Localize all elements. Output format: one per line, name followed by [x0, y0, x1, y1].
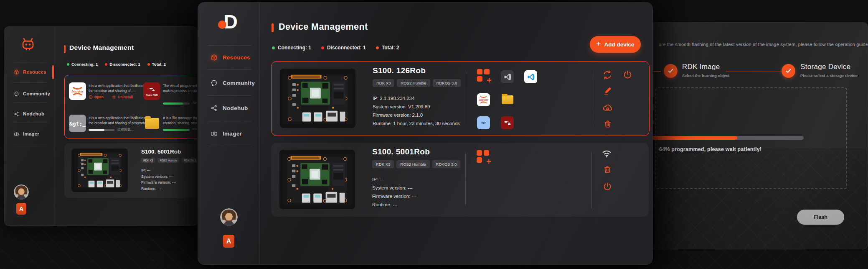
status-row: Connecting: 1 Disconnected: 1 Total: 2 [272, 45, 399, 51]
a-app-badge[interactable]: A [16, 203, 26, 215]
chat-icon [14, 91, 19, 97]
tag: RDKOS 3.0 [432, 160, 461, 168]
plus-icon: + [486, 157, 491, 166]
jupyter-arc [479, 93, 488, 98]
device-name: S100. 5001Rob [141, 149, 181, 155]
app-description: It is a web application that facilitates… [89, 115, 145, 126]
uninstall-link[interactable]: Uninstall [112, 95, 133, 99]
step1-subtitle: Select the burning object [682, 73, 730, 78]
device-name: S100. 126Rob [373, 66, 426, 75]
divider [13, 82, 47, 83]
sidebar-item-nodehub[interactable]: Nodehub [14, 110, 44, 118]
node-red-label: Node-RED [146, 94, 158, 96]
sidebar-item-imager[interactable]: Imager [14, 130, 39, 138]
vscode-blue-app-icon[interactable] [524, 70, 537, 83]
device-name: S100. 5001Rob [372, 147, 430, 156]
delete-button[interactable] [604, 120, 612, 128]
device-info: IP: --- System version: --- Firmware ver… [141, 167, 176, 192]
info-runtime: Runtime: 1 hour, 23 minutes, 30 seconds [373, 119, 460, 128]
main-window-device-management: D Resouces Community Nodehub Imager A De… [198, 2, 653, 265]
file-manager-app-icon[interactable] [143, 115, 160, 132]
app-logo: D [218, 13, 244, 37]
info-runtime: Runtime: --- [372, 200, 416, 209]
jupyter-label: Jupyter [479, 98, 488, 101]
device-card[interactable]: S100. 5001Rob RDK X3 ROS2 Humble RDKOS 3… [64, 143, 198, 198]
sidebar-item-label: Imager [23, 131, 39, 136]
delete-button[interactable] [603, 165, 612, 174]
check-icon [667, 67, 674, 74]
avatar[interactable] [14, 184, 29, 200]
power-button[interactable] [623, 70, 632, 79]
wifi-status-icon [601, 148, 612, 159]
tag: RDKOS 3.0 [182, 158, 198, 163]
sidebar-item-community[interactable]: Community [14, 90, 50, 98]
apps-grid-icon[interactable]: + [477, 69, 491, 83]
a-app-badge[interactable]: A [223, 235, 234, 248]
status-total: Total: 2 [376, 45, 399, 51]
terminal-app-icon[interactable]: &gt;_ [69, 115, 86, 132]
node-red-glyph [503, 119, 512, 127]
flash-button[interactable]: Flash [797, 210, 844, 225]
divider [13, 62, 47, 62]
flash-progress-message: 64% programmed, please wait patiently! [659, 146, 761, 152]
sidebar-item-label: Community [223, 80, 255, 86]
folder-icon [145, 118, 159, 129]
progress-fill [163, 129, 190, 131]
sidebar-item-label: Resouces [223, 54, 250, 61]
divider [208, 45, 251, 46]
sidebar-item-label: Community [23, 91, 50, 96]
pencil-icon [604, 87, 612, 95]
status-connecting: Connecting: 1 [67, 62, 98, 67]
node-red-app-icon[interactable]: Node-RED [143, 82, 160, 100]
apps-grid-icon[interactable]: + [477, 150, 490, 164]
file-manager-app-icon[interactable] [501, 93, 514, 106]
cloud-sync-button[interactable] [602, 102, 612, 113]
sidebar-item-label: Nodehub [23, 111, 44, 116]
power-button[interactable] [603, 182, 612, 191]
add-device-button[interactable]: + Add device [590, 36, 641, 53]
step2-check-badge [782, 64, 795, 78]
info-runtime: Runtime: --- [141, 186, 176, 192]
sidebar-item-community[interactable]: Community [211, 78, 255, 88]
sidebar-item-resources[interactable]: Resouces [211, 52, 250, 62]
sidebar-item-label: Nodehub [223, 105, 248, 111]
device-tags: RDK X3 ROS2 Humble RDKOS 3.0 [141, 158, 198, 163]
sidebar-divider [54, 27, 54, 226]
jupyter-app-icon[interactable]: Jupyter [477, 93, 490, 106]
share-icon [14, 111, 19, 117]
divider [591, 152, 592, 208]
device-board-image [71, 149, 128, 192]
device-card-s100-5001rob[interactable]: S100. 5001Rob RDK X3 ROS2 Humble RDKOS 3… [271, 143, 649, 217]
imager-icon [211, 130, 218, 137]
divider [13, 144, 47, 144]
resources-card[interactable]: Jupyter It is a web application that fac… [64, 75, 198, 138]
step1-check-badge [664, 64, 678, 78]
app-description: The visual programming imakes process cr… [163, 83, 198, 93]
device-card-s100-126rob[interactable]: S100. 126Rob RDK X3 ROS2 Humble RDKOS 3.… [271, 61, 650, 136]
vscode-grey-app-icon[interactable] [501, 70, 514, 83]
sidebar-item-nodehub[interactable]: Nodehub [211, 103, 248, 113]
node-red-glyph [147, 86, 157, 93]
left-window-device-management: Resouces Community Nodehub Imager A Devi… [4, 26, 198, 226]
device-board-image [280, 69, 355, 128]
refresh-button[interactable] [602, 70, 612, 80]
jupyter-app-icon[interactable]: Jupyter [69, 82, 86, 100]
cloud-icon [602, 102, 612, 113]
logo-letter: D [223, 10, 238, 33]
edit-button[interactable] [604, 87, 612, 95]
device-board-image [279, 150, 355, 209]
node-red-app-icon[interactable] [501, 116, 514, 129]
progress-fill [89, 129, 104, 131]
title-accent-bar [64, 45, 66, 53]
sidebar-item-resources[interactable]: Resouces [14, 68, 46, 76]
device-info: IP: 2.1.198.234.234 System version: V1.2… [373, 94, 460, 128]
vscode-icon [503, 73, 512, 81]
code-extension-app-icon[interactable]: </> [477, 116, 490, 129]
progress-bar [163, 129, 190, 131]
open-link[interactable]: Open [89, 95, 104, 99]
sidebar-item-imager[interactable]: Imager [211, 128, 242, 138]
red-dot [105, 63, 107, 66]
avatar[interactable] [220, 208, 238, 226]
info-ip: IP: --- [372, 175, 416, 184]
divider [13, 102, 47, 102]
